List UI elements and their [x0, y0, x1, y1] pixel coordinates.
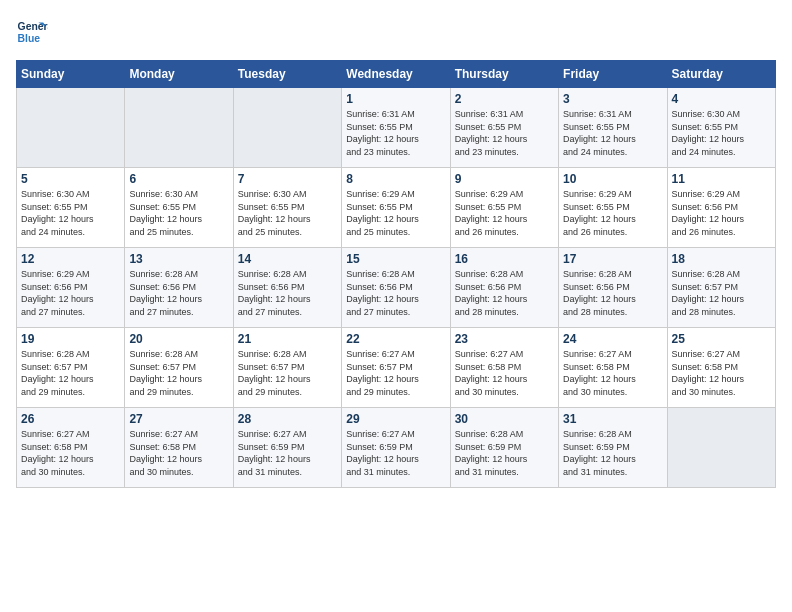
day-number: 12 — [21, 252, 120, 266]
day-number: 19 — [21, 332, 120, 346]
header-cell-wednesday: Wednesday — [342, 61, 450, 88]
day-number: 15 — [346, 252, 445, 266]
day-cell: 18Sunrise: 6:28 AM Sunset: 6:57 PM Dayli… — [667, 248, 775, 328]
day-info: Sunrise: 6:28 AM Sunset: 6:57 PM Dayligh… — [238, 348, 337, 398]
day-cell: 1Sunrise: 6:31 AM Sunset: 6:55 PM Daylig… — [342, 88, 450, 168]
day-cell: 29Sunrise: 6:27 AM Sunset: 6:59 PM Dayli… — [342, 408, 450, 488]
week-row-2: 5Sunrise: 6:30 AM Sunset: 6:55 PM Daylig… — [17, 168, 776, 248]
day-info: Sunrise: 6:28 AM Sunset: 6:56 PM Dayligh… — [129, 268, 228, 318]
day-info: Sunrise: 6:27 AM Sunset: 6:58 PM Dayligh… — [455, 348, 554, 398]
day-info: Sunrise: 6:27 AM Sunset: 6:58 PM Dayligh… — [21, 428, 120, 478]
day-cell: 24Sunrise: 6:27 AM Sunset: 6:58 PM Dayli… — [559, 328, 667, 408]
day-number: 31 — [563, 412, 662, 426]
day-cell: 21Sunrise: 6:28 AM Sunset: 6:57 PM Dayli… — [233, 328, 341, 408]
day-info: Sunrise: 6:29 AM Sunset: 6:55 PM Dayligh… — [346, 188, 445, 238]
week-row-5: 26Sunrise: 6:27 AM Sunset: 6:58 PM Dayli… — [17, 408, 776, 488]
day-cell: 9Sunrise: 6:29 AM Sunset: 6:55 PM Daylig… — [450, 168, 558, 248]
day-info: Sunrise: 6:27 AM Sunset: 6:59 PM Dayligh… — [238, 428, 337, 478]
day-number: 3 — [563, 92, 662, 106]
header-cell-sunday: Sunday — [17, 61, 125, 88]
day-number: 5 — [21, 172, 120, 186]
day-number: 25 — [672, 332, 771, 346]
day-cell: 15Sunrise: 6:28 AM Sunset: 6:56 PM Dayli… — [342, 248, 450, 328]
day-number: 21 — [238, 332, 337, 346]
day-cell: 20Sunrise: 6:28 AM Sunset: 6:57 PM Dayli… — [125, 328, 233, 408]
day-number: 14 — [238, 252, 337, 266]
day-cell — [233, 88, 341, 168]
day-cell: 19Sunrise: 6:28 AM Sunset: 6:57 PM Dayli… — [17, 328, 125, 408]
day-number: 27 — [129, 412, 228, 426]
day-info: Sunrise: 6:31 AM Sunset: 6:55 PM Dayligh… — [346, 108, 445, 158]
day-cell: 14Sunrise: 6:28 AM Sunset: 6:56 PM Dayli… — [233, 248, 341, 328]
day-number: 20 — [129, 332, 228, 346]
day-info: Sunrise: 6:30 AM Sunset: 6:55 PM Dayligh… — [129, 188, 228, 238]
day-info: Sunrise: 6:30 AM Sunset: 6:55 PM Dayligh… — [672, 108, 771, 158]
header-cell-thursday: Thursday — [450, 61, 558, 88]
day-number: 24 — [563, 332, 662, 346]
day-cell: 30Sunrise: 6:28 AM Sunset: 6:59 PM Dayli… — [450, 408, 558, 488]
day-number: 4 — [672, 92, 771, 106]
day-number: 6 — [129, 172, 228, 186]
day-info: Sunrise: 6:27 AM Sunset: 6:58 PM Dayligh… — [129, 428, 228, 478]
day-info: Sunrise: 6:28 AM Sunset: 6:57 PM Dayligh… — [21, 348, 120, 398]
week-row-1: 1Sunrise: 6:31 AM Sunset: 6:55 PM Daylig… — [17, 88, 776, 168]
header-cell-monday: Monday — [125, 61, 233, 88]
day-number: 18 — [672, 252, 771, 266]
day-info: Sunrise: 6:28 AM Sunset: 6:56 PM Dayligh… — [455, 268, 554, 318]
svg-text:Blue: Blue — [18, 33, 41, 44]
day-cell: 31Sunrise: 6:28 AM Sunset: 6:59 PM Dayli… — [559, 408, 667, 488]
day-number: 30 — [455, 412, 554, 426]
day-number: 9 — [455, 172, 554, 186]
day-cell: 23Sunrise: 6:27 AM Sunset: 6:58 PM Dayli… — [450, 328, 558, 408]
day-cell — [125, 88, 233, 168]
day-cell: 8Sunrise: 6:29 AM Sunset: 6:55 PM Daylig… — [342, 168, 450, 248]
day-number: 17 — [563, 252, 662, 266]
header-row: SundayMondayTuesdayWednesdayThursdayFrid… — [17, 61, 776, 88]
header-cell-saturday: Saturday — [667, 61, 775, 88]
day-cell: 7Sunrise: 6:30 AM Sunset: 6:55 PM Daylig… — [233, 168, 341, 248]
day-cell: 12Sunrise: 6:29 AM Sunset: 6:56 PM Dayli… — [17, 248, 125, 328]
day-number: 26 — [21, 412, 120, 426]
day-info: Sunrise: 6:30 AM Sunset: 6:55 PM Dayligh… — [21, 188, 120, 238]
day-info: Sunrise: 6:28 AM Sunset: 6:59 PM Dayligh… — [563, 428, 662, 478]
day-cell: 16Sunrise: 6:28 AM Sunset: 6:56 PM Dayli… — [450, 248, 558, 328]
day-cell: 17Sunrise: 6:28 AM Sunset: 6:56 PM Dayli… — [559, 248, 667, 328]
day-info: Sunrise: 6:29 AM Sunset: 6:55 PM Dayligh… — [455, 188, 554, 238]
day-info: Sunrise: 6:28 AM Sunset: 6:57 PM Dayligh… — [672, 268, 771, 318]
day-info: Sunrise: 6:28 AM Sunset: 6:56 PM Dayligh… — [346, 268, 445, 318]
day-info: Sunrise: 6:31 AM Sunset: 6:55 PM Dayligh… — [455, 108, 554, 158]
day-info: Sunrise: 6:30 AM Sunset: 6:55 PM Dayligh… — [238, 188, 337, 238]
day-info: Sunrise: 6:28 AM Sunset: 6:59 PM Dayligh… — [455, 428, 554, 478]
day-cell: 25Sunrise: 6:27 AM Sunset: 6:58 PM Dayli… — [667, 328, 775, 408]
logo: General Blue — [16, 16, 48, 48]
day-info: Sunrise: 6:31 AM Sunset: 6:55 PM Dayligh… — [563, 108, 662, 158]
week-row-3: 12Sunrise: 6:29 AM Sunset: 6:56 PM Dayli… — [17, 248, 776, 328]
day-number: 13 — [129, 252, 228, 266]
day-number: 10 — [563, 172, 662, 186]
page-header: General Blue — [16, 16, 776, 48]
day-info: Sunrise: 6:28 AM Sunset: 6:56 PM Dayligh… — [563, 268, 662, 318]
day-cell: 4Sunrise: 6:30 AM Sunset: 6:55 PM Daylig… — [667, 88, 775, 168]
day-cell: 13Sunrise: 6:28 AM Sunset: 6:56 PM Dayli… — [125, 248, 233, 328]
day-info: Sunrise: 6:29 AM Sunset: 6:56 PM Dayligh… — [21, 268, 120, 318]
day-cell: 2Sunrise: 6:31 AM Sunset: 6:55 PM Daylig… — [450, 88, 558, 168]
day-cell: 26Sunrise: 6:27 AM Sunset: 6:58 PM Dayli… — [17, 408, 125, 488]
day-cell: 10Sunrise: 6:29 AM Sunset: 6:55 PM Dayli… — [559, 168, 667, 248]
day-number: 8 — [346, 172, 445, 186]
day-cell: 27Sunrise: 6:27 AM Sunset: 6:58 PM Dayli… — [125, 408, 233, 488]
day-cell: 22Sunrise: 6:27 AM Sunset: 6:57 PM Dayli… — [342, 328, 450, 408]
day-info: Sunrise: 6:29 AM Sunset: 6:56 PM Dayligh… — [672, 188, 771, 238]
day-number: 1 — [346, 92, 445, 106]
day-number: 11 — [672, 172, 771, 186]
day-info: Sunrise: 6:27 AM Sunset: 6:58 PM Dayligh… — [563, 348, 662, 398]
day-number: 7 — [238, 172, 337, 186]
day-number: 22 — [346, 332, 445, 346]
day-cell: 28Sunrise: 6:27 AM Sunset: 6:59 PM Dayli… — [233, 408, 341, 488]
week-row-4: 19Sunrise: 6:28 AM Sunset: 6:57 PM Dayli… — [17, 328, 776, 408]
day-number: 28 — [238, 412, 337, 426]
logo-icon: General Blue — [16, 16, 48, 48]
day-number: 29 — [346, 412, 445, 426]
header-cell-friday: Friday — [559, 61, 667, 88]
day-info: Sunrise: 6:28 AM Sunset: 6:57 PM Dayligh… — [129, 348, 228, 398]
day-info: Sunrise: 6:28 AM Sunset: 6:56 PM Dayligh… — [238, 268, 337, 318]
